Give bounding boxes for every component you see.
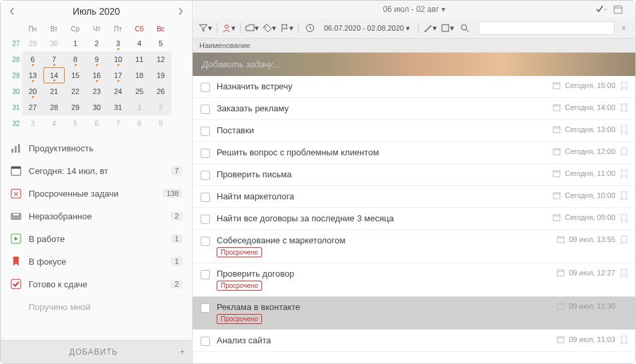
- nav-item[interactable]: Просроченные задачи138: [1, 182, 192, 205]
- calendar-day[interactable]: 8: [129, 115, 150, 131]
- next-month-button[interactable]: [177, 7, 184, 16]
- task-checkbox[interactable]: [201, 127, 210, 136]
- bookmark-icon[interactable]: [621, 335, 627, 345]
- brush-icon[interactable]: ▾: [423, 21, 437, 35]
- calendar-day[interactable]: 2: [86, 35, 107, 51]
- nav-item[interactable]: Готово к сдаче2: [1, 273, 192, 295]
- toolbar-date-range[interactable]: 06.07.2020 - 02.08.2020 ▾: [320, 23, 414, 34]
- tag-icon[interactable]: ▾: [262, 21, 277, 35]
- bookmark-icon[interactable]: [621, 103, 627, 113]
- calendar-day[interactable]: 7: [107, 115, 129, 131]
- calendar-day[interactable]: 21: [43, 83, 65, 99]
- calendar-day[interactable]: 5: [150, 35, 171, 51]
- task-row[interactable]: Найти все договоры за последние 3 месяца…: [193, 208, 635, 230]
- calendar-day[interactable]: 3: [107, 35, 129, 51]
- nav-item[interactable]: Неразобранное2: [1, 205, 192, 227]
- task-checkbox[interactable]: [201, 105, 210, 114]
- add-button[interactable]: ДОБАВИТЬ +: [1, 340, 192, 363]
- calendar-day[interactable]: 12: [150, 51, 171, 67]
- task-checkbox[interactable]: [201, 215, 210, 224]
- task-row[interactable]: Реклама в вконтактеПросрочено09 июл, 11:…: [193, 297, 635, 330]
- calendar-day[interactable]: 28: [43, 99, 65, 115]
- calendar-day[interactable]: 3: [22, 115, 43, 131]
- search-input[interactable]: [479, 21, 615, 35]
- date-range-selector[interactable]: 06 июл - 02 авг ▾: [383, 5, 445, 14]
- check-dropdown-icon[interactable]: [596, 5, 607, 14]
- task-checkbox[interactable]: [201, 193, 210, 202]
- bookmark-icon[interactable]: [621, 125, 627, 135]
- calendar-day[interactable]: 22: [65, 83, 86, 99]
- calendar-day[interactable]: 7: [43, 51, 65, 67]
- close-icon[interactable]: ×: [617, 23, 630, 33]
- calendar-icon[interactable]: [613, 5, 623, 14]
- calendar-day[interactable]: 10: [107, 51, 129, 67]
- calendar-day[interactable]: 2: [150, 99, 171, 115]
- calendar-day[interactable]: 18: [129, 67, 150, 83]
- clock-icon[interactable]: [303, 21, 317, 35]
- calendar-day[interactable]: 9: [86, 51, 107, 67]
- filter-icon[interactable]: ▾: [198, 21, 213, 35]
- bookmark-icon[interactable]: [621, 302, 627, 311]
- calendar-day[interactable]: 9: [150, 115, 171, 131]
- calendar-day[interactable]: 23: [86, 83, 107, 99]
- calendar-day[interactable]: 16: [86, 67, 107, 83]
- task-checkbox[interactable]: [201, 83, 210, 92]
- add-task-input[interactable]: Добавить задачу...: [193, 53, 635, 76]
- task-row[interactable]: Собеседование с маркетологомПросрочено09…: [193, 230, 635, 263]
- calendar-day[interactable]: 31: [107, 99, 129, 115]
- task-row[interactable]: Решить вопрос с проблемным клиентомСегод…: [193, 142, 635, 164]
- calendar-day[interactable]: 17: [107, 67, 129, 83]
- calendar-day[interactable]: 13: [22, 67, 43, 83]
- task-row[interactable]: ПоставкиСегодня, 13:00: [193, 120, 635, 142]
- square-icon[interactable]: ▾: [440, 21, 455, 35]
- bookmark-icon[interactable]: [621, 213, 627, 223]
- nav-item[interactable]: Продуктивность: [1, 137, 192, 159]
- task-row[interactable]: Проверить договорПросрочено09 июл, 12:27: [193, 263, 635, 297]
- task-row[interactable]: Анализ сайта09 июл, 11:03: [193, 330, 635, 352]
- task-checkbox[interactable]: [201, 237, 210, 246]
- calendar-day[interactable]: 19: [150, 67, 171, 83]
- task-checkbox[interactable]: [201, 337, 210, 346]
- nav-item[interactable]: В работе1: [1, 227, 192, 250]
- user-icon[interactable]: ▾: [221, 21, 236, 35]
- calendar-day[interactable]: 1: [129, 99, 150, 115]
- calendar-day[interactable]: 4: [43, 115, 65, 131]
- calendar-day[interactable]: 30: [43, 35, 65, 51]
- task-checkbox[interactable]: [201, 171, 210, 180]
- calendar-day[interactable]: 4: [129, 35, 150, 51]
- calendar-title[interactable]: Июль 2020: [73, 6, 120, 17]
- calendar-day[interactable]: 6: [22, 51, 43, 67]
- task-row[interactable]: Проверить письмаСегодня, 11:00: [193, 164, 635, 186]
- bookmark-icon[interactable]: [621, 269, 627, 278]
- calendar-day[interactable]: 14: [43, 67, 65, 83]
- task-row[interactable]: Заказать рекламуСегодня, 14:00: [193, 98, 635, 120]
- calendar-day[interactable]: 30: [86, 99, 107, 115]
- folder-icon[interactable]: ▾: [245, 21, 259, 35]
- calendar-day[interactable]: 1: [65, 35, 86, 51]
- task-row[interactable]: Найти маркетологаСегодня, 10:00: [193, 186, 635, 208]
- calendar-day[interactable]: 29: [22, 35, 43, 51]
- calendar-day[interactable]: 24: [107, 83, 129, 99]
- nav-item[interactable]: Сегодня: 14 июл, вт7: [1, 159, 192, 182]
- search-icon[interactable]: [457, 21, 472, 35]
- calendar-day[interactable]: 5: [65, 115, 86, 131]
- task-checkbox[interactable]: [201, 270, 210, 279]
- calendar-day[interactable]: 27: [22, 99, 43, 115]
- task-checkbox[interactable]: [201, 149, 210, 158]
- nav-item[interactable]: В фокусе1: [1, 250, 192, 273]
- calendar-day[interactable]: 25: [129, 83, 150, 99]
- bookmark-icon[interactable]: [621, 191, 627, 201]
- calendar-day[interactable]: 15: [65, 67, 86, 83]
- prev-month-button[interactable]: [9, 7, 15, 16]
- calendar-day[interactable]: 20: [22, 83, 43, 99]
- calendar-day[interactable]: 29: [65, 99, 86, 115]
- bookmark-icon[interactable]: [621, 81, 627, 91]
- calendar-day[interactable]: 26: [150, 83, 171, 99]
- bookmark-icon[interactable]: [621, 169, 627, 179]
- nav-item[interactable]: Поручено мной: [1, 295, 192, 318]
- calendar-day[interactable]: 6: [86, 115, 107, 131]
- task-checkbox[interactable]: [201, 303, 210, 313]
- calendar-day[interactable]: 11: [129, 51, 150, 67]
- bookmark-icon[interactable]: [621, 147, 627, 157]
- calendar-day[interactable]: 8: [65, 51, 86, 67]
